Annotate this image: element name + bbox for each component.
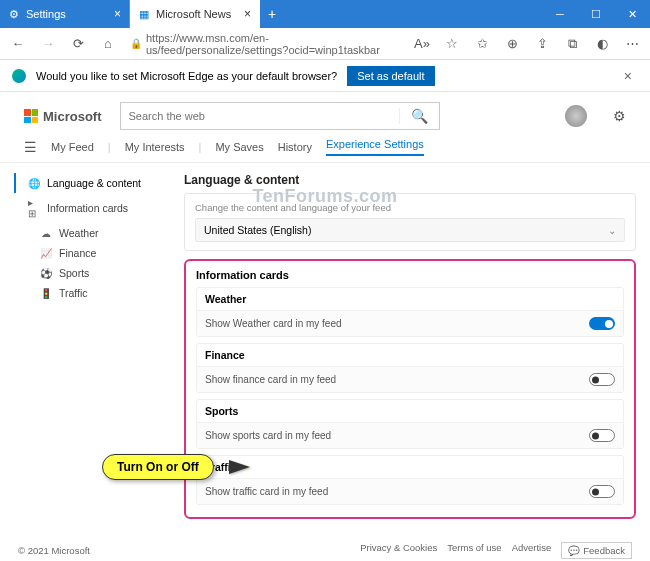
link-icon[interactable]: ⧉ <box>560 32 584 56</box>
sidebar-item-label: Information cards <box>47 202 128 214</box>
nav-my-saves[interactable]: My Saves <box>215 141 263 153</box>
link-privacy[interactable]: Privacy & Cookies <box>360 542 437 559</box>
logo-text: Microsoft <box>43 109 102 124</box>
avatar[interactable] <box>565 105 587 127</box>
sidebar-item-finance[interactable]: 📈Finance <box>14 243 174 263</box>
language-subtitle: Change the content and language of your … <box>195 202 625 213</box>
nav-my-feed[interactable]: My Feed <box>51 141 94 153</box>
card-body: Show sports card in my feed <box>197 423 623 448</box>
card-desc: Show traffic card in my feed <box>205 486 328 497</box>
sidebar-item-label: Sports <box>59 267 89 279</box>
microsoft-logo[interactable]: Microsoft <box>24 109 102 124</box>
copyright: © 2021 Microsoft <box>18 545 90 556</box>
sidebar-item-info-cards[interactable]: ▸ ⊞Information cards <box>14 193 174 223</box>
address-bar[interactable]: 🔒 https://www.msn.com/en-us/feed/persona… <box>126 32 404 56</box>
annotation-callout: Turn On or Off <box>102 454 214 480</box>
callout-text: Turn On or Off <box>102 454 214 480</box>
profile-icon[interactable]: ◐ <box>590 32 614 56</box>
card-body: Show finance card in my feed <box>197 367 623 392</box>
callout-arrow-icon <box>230 461 250 473</box>
sidebar-item-language[interactable]: 🌐Language & content <box>14 173 174 193</box>
card-traffic: TrafficShow traffic card in my feed <box>196 455 624 505</box>
default-browser-msg: Would you like to set Microsoft Edge as … <box>36 70 337 82</box>
forward-button: → <box>36 32 60 56</box>
sidebar-item-label: Finance <box>59 247 96 259</box>
toggle-sports[interactable] <box>589 429 615 442</box>
language-select[interactable]: United States (English) ⌄ <box>195 218 625 242</box>
sidebar-item-weather[interactable]: ☁Weather <box>14 223 174 243</box>
nav-experience-settings[interactable]: Experience Settings <box>326 138 424 156</box>
sidebar-item-label: Traffic <box>59 287 88 299</box>
card-desc: Show finance card in my feed <box>205 374 336 385</box>
cloud-icon: ☁ <box>40 228 52 239</box>
nav-history[interactable]: History <box>278 141 312 153</box>
share-icon[interactable]: ⇪ <box>530 32 554 56</box>
card-desc: Show sports card in my feed <box>205 430 331 441</box>
card-header: Weather <box>197 288 623 311</box>
info-cards-section: Information cards WeatherShow Weather ca… <box>184 259 636 519</box>
toggle-traffic[interactable] <box>589 485 615 498</box>
toggle-finance[interactable] <box>589 373 615 386</box>
refresh-button[interactable]: ⟳ <box>66 32 90 56</box>
search-icon[interactable]: 🔍 <box>399 108 439 124</box>
close-icon[interactable]: × <box>114 7 121 21</box>
back-button[interactable]: ← <box>6 32 30 56</box>
favorite-icon[interactable]: ☆ <box>440 32 464 56</box>
traffic-icon: 🚦 <box>40 288 52 299</box>
toggle-weather[interactable] <box>589 317 615 330</box>
collections-icon[interactable]: ⊕ <box>500 32 524 56</box>
section-title-language: Language & content <box>184 173 636 187</box>
read-aloud-icon[interactable]: A» <box>410 32 434 56</box>
settings-icon: ⚙ <box>8 8 20 20</box>
card-sports: SportsShow sports card in my feed <box>196 399 624 449</box>
tab-msn-news[interactable]: ▦ Microsoft News × <box>130 0 260 28</box>
close-icon[interactable]: × <box>244 7 251 21</box>
search-box[interactable]: 🔍 <box>120 102 440 130</box>
news-icon: ▦ <box>138 8 150 20</box>
ball-icon: ⚽ <box>40 268 52 279</box>
tab-label: Settings <box>26 8 66 20</box>
infobar-close-icon[interactable]: × <box>618 68 638 84</box>
info-cards-title: Information cards <box>196 269 624 281</box>
hamburger-icon[interactable]: ☰ <box>24 139 37 155</box>
set-default-button[interactable]: Set as default <box>347 66 434 86</box>
ms-squares-icon <box>24 109 38 123</box>
chevron-down-icon: ⌄ <box>608 225 616 236</box>
tab-label: Microsoft News <box>156 8 231 20</box>
card-header: Traffic <box>197 456 623 479</box>
sidebar-item-label: Weather <box>59 227 99 239</box>
lock-icon: 🔒 <box>130 38 142 49</box>
link-advertise[interactable]: Advertise <box>512 542 552 559</box>
sidebar-item-label: Language & content <box>47 177 141 189</box>
language-value: United States (English) <box>204 224 311 236</box>
card-weather: WeatherShow Weather card in my feed <box>196 287 624 337</box>
card-header: Sports <box>197 400 623 423</box>
close-window-button[interactable]: ✕ <box>614 0 650 28</box>
globe-icon: 🌐 <box>28 178 40 189</box>
card-body: Show traffic card in my feed <box>197 479 623 504</box>
card-header: Finance <box>197 344 623 367</box>
url-text: https://www.msn.com/en-us/feed/personali… <box>146 32 400 56</box>
chart-icon: 📈 <box>40 248 52 259</box>
home-button[interactable]: ⌂ <box>96 32 120 56</box>
new-tab-button[interactable]: + <box>260 6 284 22</box>
link-terms[interactable]: Terms of use <box>447 542 501 559</box>
nav-my-interests[interactable]: My Interests <box>125 141 185 153</box>
card-desc: Show Weather card in my feed <box>205 318 342 329</box>
favorites-list-icon[interactable]: ✩ <box>470 32 494 56</box>
sidebar-item-traffic[interactable]: 🚦Traffic <box>14 283 174 303</box>
cards-icon: ▸ ⊞ <box>28 197 40 219</box>
gear-icon[interactable]: ⚙ <box>613 108 626 124</box>
tab-settings[interactable]: ⚙ Settings × <box>0 0 130 28</box>
sidebar-item-sports[interactable]: ⚽Sports <box>14 263 174 283</box>
card-body: Show Weather card in my feed <box>197 311 623 336</box>
menu-icon[interactable]: ⋯ <box>620 32 644 56</box>
search-input[interactable] <box>121 110 399 122</box>
edge-icon <box>12 69 26 83</box>
feedback-button[interactable]: 💬 Feedback <box>561 542 632 559</box>
card-finance: FinanceShow finance card in my feed <box>196 343 624 393</box>
minimize-button[interactable]: ─ <box>542 0 578 28</box>
maximize-button[interactable]: ☐ <box>578 0 614 28</box>
